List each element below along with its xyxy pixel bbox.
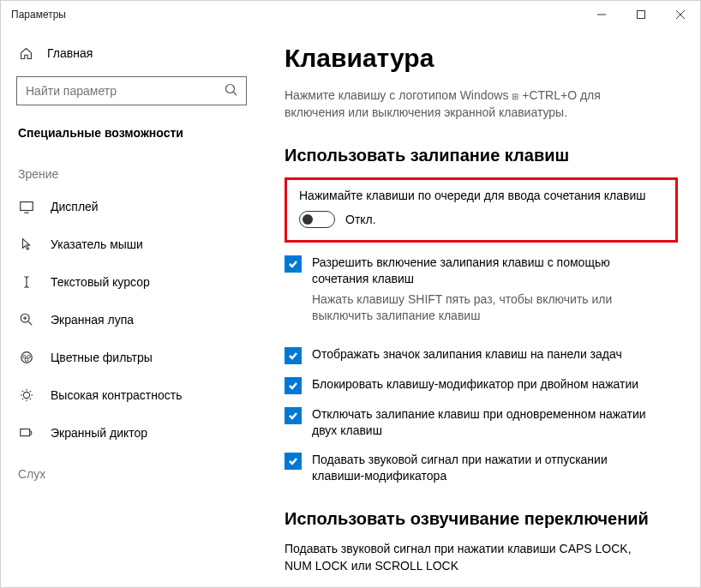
nav-magnifier[interactable]: Экранная лупа <box>1 301 262 339</box>
svg-point-17 <box>23 392 29 398</box>
nav-narrator[interactable]: Экранный диктор <box>1 414 262 452</box>
svg-line-25 <box>30 391 31 392</box>
intro-text: Нажмите клавишу с логотипом Windows ⊞ +C… <box>285 87 662 122</box>
search-wrap <box>16 76 247 105</box>
checkbox-turnoff-two[interactable] <box>285 407 302 424</box>
search-input[interactable] <box>16 76 247 105</box>
svg-point-4 <box>226 85 235 93</box>
togglekeys-heading: Использовать озвучивание переключений <box>285 509 678 529</box>
svg-line-24 <box>22 399 23 399</box>
home-nav[interactable]: Главная <box>1 39 262 68</box>
checkbox-show-icon[interactable] <box>285 347 302 364</box>
magnifier-icon <box>18 311 35 328</box>
sticky-toggle-label: Нажимайте клавиши по очереди для ввода с… <box>299 189 663 202</box>
svg-line-10 <box>28 321 33 326</box>
nav-highcontrast[interactable]: Высокая контрастность <box>1 376 262 414</box>
turnoff-two-label: Отключать залипание клавиш при одновреме… <box>312 406 655 440</box>
highlight-box: Нажимайте клавиши по очереди для ввода с… <box>285 177 678 243</box>
sticky-toggle-state: Откл. <box>345 213 376 226</box>
nav-label: Высокая контрастность <box>51 388 182 402</box>
sticky-heading: Использовать залипание клавиш <box>285 146 678 165</box>
home-label: Главная <box>47 46 93 60</box>
home-icon <box>18 45 33 61</box>
checkbox-sound[interactable] <box>285 453 302 470</box>
svg-point-16 <box>25 358 28 362</box>
sidebar: Главная Специальные возможности Зрение Д… <box>1 28 262 587</box>
minimize-button[interactable] <box>582 1 621 28</box>
nav-label: Дисплей <box>51 200 99 213</box>
category-label: Специальные возможности <box>1 121 262 152</box>
nav-cursor[interactable]: Указатель мыши <box>1 225 262 263</box>
svg-rect-6 <box>21 202 33 211</box>
highcontrast-icon <box>18 387 35 404</box>
colorfilters-icon <box>18 349 35 366</box>
display-icon <box>18 198 35 215</box>
show-icon-label: Отображать значок залипания клавиш на па… <box>312 346 622 363</box>
svg-point-15 <box>27 355 31 358</box>
group-hearing-label: Слух <box>1 452 262 488</box>
content-area: Клавиатура Нажмите клавишу с логотипом W… <box>262 28 700 587</box>
lock-modifier-label: Блокировать клавишу-модификатор при двой… <box>312 376 638 393</box>
window-title: Параметры <box>11 9 66 21</box>
nav-colorfilters[interactable]: Цветные фильтры <box>1 339 262 376</box>
nav-label: Экранный диктор <box>51 426 147 440</box>
svg-line-23 <box>30 399 31 399</box>
cursor-icon <box>18 236 35 253</box>
svg-point-14 <box>23 355 27 358</box>
sound-label: Подавать звуковой сигнал при нажатии и о… <box>312 452 655 485</box>
svg-line-5 <box>234 93 237 96</box>
search-icon <box>225 83 238 99</box>
page-title: Клавиатура <box>285 44 678 73</box>
textcursor-icon <box>18 273 35 291</box>
nav-label: Экранная лупа <box>51 313 134 327</box>
checkbox-allow-shortcut[interactable] <box>285 255 302 273</box>
toggle-knob <box>303 214 313 225</box>
togglekeys-desc: Подавать звуковой сигнал при нажатии кла… <box>285 541 653 574</box>
titlebar: Параметры <box>1 1 700 28</box>
sticky-toggle[interactable] <box>299 211 335 228</box>
nav-label: Текстовый курсор <box>51 275 150 289</box>
allow-shortcut-sub: Нажать клавишу SHIFT пять раз, чтобы вкл… <box>312 291 655 324</box>
svg-rect-26 <box>21 429 30 436</box>
group-vision-label: Зрение <box>1 152 262 188</box>
nav-label: Указатель мыши <box>51 237 143 251</box>
nav-display[interactable]: Дисплей <box>1 188 262 225</box>
nav-textcursor[interactable]: Текстовый курсор <box>1 263 262 301</box>
allow-shortcut-label: Разрешить включение залипания клавиш с п… <box>312 255 655 288</box>
checkbox-lock-modifier[interactable] <box>285 377 302 394</box>
svg-rect-1 <box>638 11 645 19</box>
close-button[interactable] <box>661 1 700 28</box>
svg-line-22 <box>22 391 23 392</box>
nav-label: Цветные фильтры <box>51 351 153 364</box>
narrator-icon <box>18 424 35 441</box>
maximize-button[interactable] <box>621 1 661 28</box>
